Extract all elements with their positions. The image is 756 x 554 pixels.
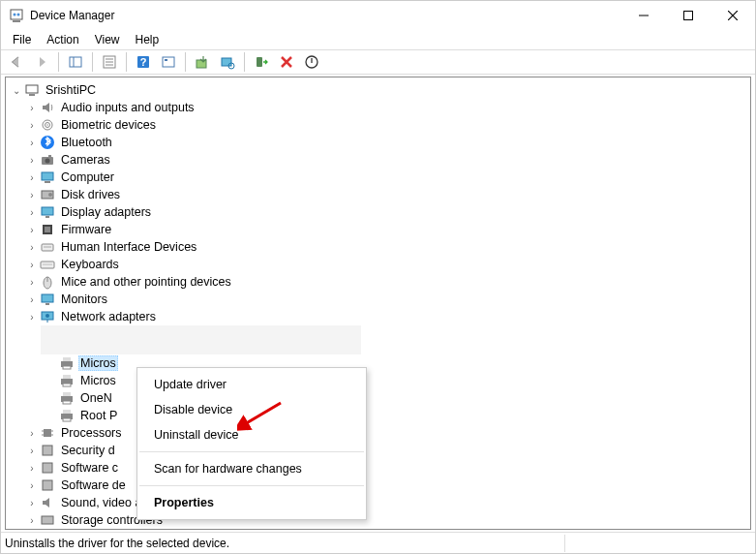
- category-label[interactable]: Processors: [59, 426, 124, 440]
- chevron-right-icon[interactable]: ›: [25, 260, 39, 270]
- category-label[interactable]: Firmware: [59, 223, 113, 236]
- chevron-right-icon[interactable]: ›: [25, 277, 39, 288]
- root-label[interactable]: SrishtiPC: [44, 83, 98, 97]
- category-label[interactable]: Security d: [59, 444, 117, 457]
- chevron-right-icon[interactable]: ›: [25, 294, 39, 305]
- expander-open-icon[interactable]: ⌄: [10, 85, 23, 96]
- close-button[interactable]: [711, 1, 755, 30]
- svg-rect-24: [29, 94, 35, 96]
- chevron-right-icon[interactable]: ›: [25, 138, 39, 148]
- root-node[interactable]: ⌄ SrishtiPC: [8, 81, 748, 99]
- chevron-right-icon[interactable]: ›: [25, 498, 39, 508]
- category-node[interactable]: ›Computer: [8, 169, 748, 186]
- chevron-right-icon[interactable]: ›: [25, 463, 39, 474]
- category-label[interactable]: Software c: [59, 461, 120, 475]
- forward-button[interactable]: [30, 51, 53, 73]
- chevron-right-icon[interactable]: ›: [25, 207, 39, 218]
- child-label-2[interactable]: OneN: [78, 391, 114, 405]
- toolbar: ?: [1, 49, 755, 75]
- svg-rect-36: [42, 207, 53, 215]
- category-label[interactable]: Keyboards: [59, 258, 121, 271]
- category-node[interactable]: ›Cameras: [8, 151, 748, 169]
- category-label[interactable]: Audio inputs and outputs: [59, 101, 197, 114]
- category-node[interactable]: ›Processors: [8, 424, 748, 442]
- properties-button[interactable]: [98, 51, 121, 73]
- child-label-3[interactable]: Root P: [78, 409, 119, 422]
- svg-point-30: [45, 159, 50, 164]
- chevron-right-icon[interactable]: ›: [25, 428, 39, 439]
- category-label[interactable]: Mice and other pointing devices: [59, 275, 233, 289]
- chevron-right-icon[interactable]: ›: [25, 120, 39, 131]
- category-label[interactable]: Monitors: [59, 292, 109, 306]
- category-node[interactable]: ›Software de: [8, 477, 748, 494]
- menu-view[interactable]: View: [87, 31, 128, 48]
- svg-point-3: [17, 14, 20, 16]
- child-device-3[interactable]: Root P: [8, 407, 748, 424]
- chevron-right-icon[interactable]: ›: [25, 515, 39, 526]
- category-node[interactable]: ›Mice and other pointing devices: [8, 273, 748, 291]
- svg-rect-5: [684, 12, 693, 20]
- ctx-uninstall-device[interactable]: Uninstall device: [138, 422, 365, 447]
- show-hide-tree-button[interactable]: [64, 51, 87, 73]
- category-label[interactable]: Display adapters: [59, 205, 153, 219]
- category-label[interactable]: Human Interface Devices: [59, 240, 198, 254]
- category-node[interactable]: ›Software c: [8, 459, 748, 477]
- chevron-right-icon[interactable]: ›: [25, 172, 39, 183]
- category-node[interactable]: ›Bluetooth: [8, 134, 748, 151]
- category-node[interactable]: ›Firmware: [8, 221, 748, 238]
- category-node[interactable]: ›Biometric devices: [8, 116, 748, 134]
- svg-point-45: [46, 263, 47, 264]
- chevron-right-icon[interactable]: ›: [25, 480, 39, 491]
- back-button[interactable]: [5, 51, 28, 73]
- category-label[interactable]: Disk drives: [59, 188, 122, 201]
- ctx-scan-hardware[interactable]: Scan for hardware changes: [138, 456, 365, 481]
- category-node[interactable]: ›Audio inputs and outputs: [8, 99, 748, 116]
- child-label-1[interactable]: Micros: [78, 374, 118, 387]
- ctx-properties[interactable]: Properties: [138, 490, 365, 515]
- menu-file[interactable]: File: [5, 31, 39, 48]
- menu-help[interactable]: Help: [128, 31, 167, 48]
- chevron-right-icon[interactable]: ›: [25, 446, 39, 456]
- category-node[interactable]: ›Network adapters: [8, 308, 748, 325]
- child-device-0[interactable]: Micros: [8, 354, 748, 372]
- chevron-right-icon[interactable]: ›: [25, 312, 39, 323]
- chevron-right-icon[interactable]: ›: [25, 242, 39, 253]
- category-label[interactable]: Computer: [59, 170, 116, 184]
- category-node[interactable]: ›Sound, video and game controllers: [8, 494, 748, 511]
- titlebar: Device Manager: [1, 1, 755, 30]
- chevron-right-icon[interactable]: ›: [25, 103, 39, 113]
- svg-rect-64: [63, 410, 71, 414]
- category-node[interactable]: ›Keyboards: [8, 256, 748, 273]
- category-node[interactable]: ›Storage controllers: [8, 511, 748, 529]
- category-label[interactable]: Network adapters: [59, 310, 158, 323]
- chevron-right-icon[interactable]: ›: [25, 225, 39, 235]
- child-device-2[interactable]: OneN: [8, 389, 748, 407]
- minimize-button[interactable]: [621, 1, 666, 30]
- uninstall-device-button[interactable]: [275, 51, 298, 73]
- category-node[interactable]: ›Human Interface Devices: [8, 238, 748, 256]
- enable-device-button[interactable]: [250, 51, 273, 73]
- ctx-update-driver[interactable]: Update driver: [138, 372, 365, 397]
- child-device-1[interactable]: Micros: [8, 372, 748, 389]
- category-node[interactable]: ›Display adapters: [8, 203, 748, 221]
- category-label[interactable]: Cameras: [59, 153, 112, 167]
- context-menu: Update driver Disable device Uninstall d…: [136, 367, 367, 520]
- category-node[interactable]: ›Disk drives: [8, 186, 748, 203]
- chevron-right-icon[interactable]: ›: [25, 155, 39, 166]
- action-button[interactable]: [157, 51, 180, 73]
- ctx-disable-device[interactable]: Disable device: [138, 397, 365, 422]
- child-label-0[interactable]: Micros: [78, 355, 118, 371]
- scan-hardware-button[interactable]: [216, 51, 239, 73]
- category-label[interactable]: Software de: [59, 478, 128, 492]
- disable-device-button[interactable]: [300, 51, 323, 73]
- update-driver-button[interactable]: [191, 51, 214, 73]
- category-icon: [40, 292, 55, 307]
- category-label[interactable]: Biometric devices: [59, 118, 158, 132]
- help-button[interactable]: ?: [132, 51, 155, 73]
- category-node[interactable]: ›Security d: [8, 442, 748, 459]
- chevron-right-icon[interactable]: ›: [25, 190, 39, 200]
- menu-action[interactable]: Action: [39, 31, 86, 48]
- maximize-button[interactable]: [666, 1, 711, 30]
- category-label[interactable]: Bluetooth: [59, 136, 114, 149]
- category-node[interactable]: ›Monitors: [8, 291, 748, 308]
